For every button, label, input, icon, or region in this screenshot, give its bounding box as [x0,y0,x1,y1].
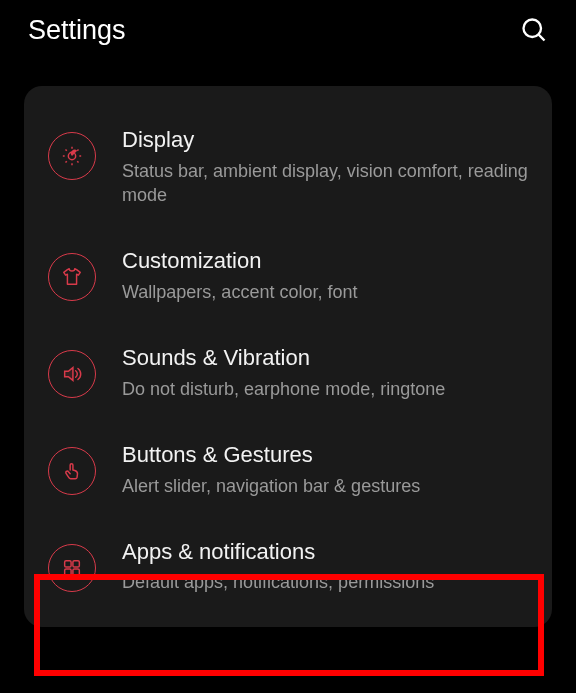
settings-item-apps[interactable]: Apps & notifications Default apps, notif… [24,518,552,615]
tshirt-icon [48,253,96,301]
svg-line-1 [539,35,545,41]
search-button[interactable] [518,14,550,46]
settings-item-display[interactable]: Display Status bar, ambient display, vis… [24,106,552,227]
settings-item-subtitle: Status bar, ambient display, vision comf… [122,159,528,208]
settings-item-text: Display Status bar, ambient display, vis… [122,126,528,207]
settings-item-subtitle: Wallpapers, accent color, font [122,280,528,304]
svg-line-9 [65,161,66,162]
display-icon [48,132,96,180]
settings-item-buttons[interactable]: Buttons & Gestures Alert slider, navigat… [24,421,552,518]
settings-item-subtitle: Do not disturb, earphone mode, ringtone [122,377,528,401]
gesture-icon [48,447,96,495]
settings-item-title: Apps & notifications [122,538,528,567]
settings-item-title: Sounds & Vibration [122,344,528,373]
header: Settings [0,0,576,60]
svg-point-0 [524,20,542,38]
sound-icon [48,350,96,398]
apps-icon [48,544,96,592]
settings-item-customization[interactable]: Customization Wallpapers, accent color, … [24,227,552,324]
settings-item-title: Display [122,126,528,155]
settings-item-text: Apps & notifications Default apps, notif… [122,538,528,595]
svg-rect-12 [73,561,79,567]
svg-rect-14 [73,569,79,575]
svg-rect-13 [65,569,71,575]
svg-rect-11 [65,561,71,567]
page-title: Settings [28,15,126,46]
settings-item-subtitle: Alert slider, navigation bar & gestures [122,474,528,498]
settings-item-text: Buttons & Gestures Alert slider, navigat… [122,441,528,498]
search-icon [520,16,548,44]
settings-item-subtitle: Default apps, notifications, permissions [122,570,528,594]
settings-item-title: Buttons & Gestures [122,441,528,470]
svg-line-8 [77,161,78,162]
settings-item-sounds[interactable]: Sounds & Vibration Do not disturb, earph… [24,324,552,421]
svg-line-7 [65,149,66,150]
settings-item-title: Customization [122,247,528,276]
settings-panel: Display Status bar, ambient display, vis… [24,86,552,627]
settings-item-text: Customization Wallpapers, accent color, … [122,247,528,304]
settings-item-text: Sounds & Vibration Do not disturb, earph… [122,344,528,401]
svg-line-10 [77,149,78,150]
